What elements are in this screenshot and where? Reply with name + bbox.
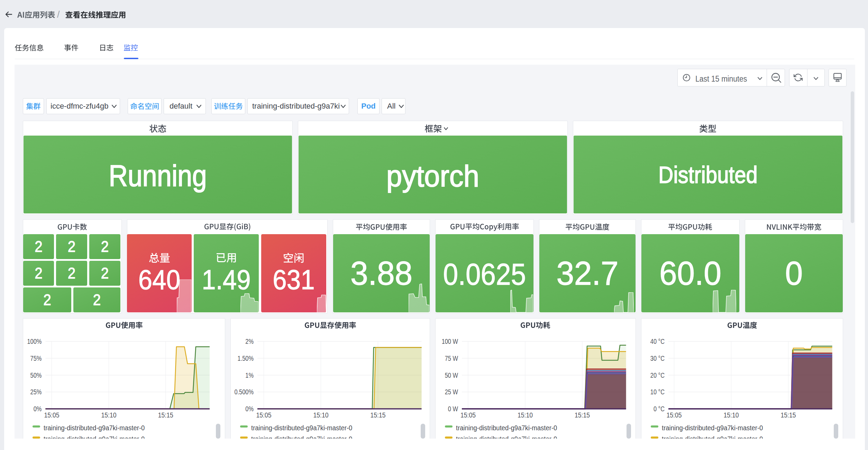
- svg-text:15:10: 15:10: [101, 411, 116, 419]
- svg-text:25 W: 25 W: [445, 388, 458, 396]
- svg-text:0.500%: 0.500%: [234, 388, 254, 396]
- svg-text:20 °C: 20 °C: [650, 371, 665, 379]
- svg-text:1%: 1%: [245, 371, 254, 379]
- svg-text:15:05: 15:05: [256, 411, 271, 419]
- svg-text:15:10: 15:10: [313, 411, 328, 419]
- svg-text:75%: 75%: [30, 354, 42, 362]
- svg-text:100%: 100%: [27, 337, 42, 345]
- svg-text:0 W: 0 W: [448, 405, 458, 413]
- svg-text:1.50%: 1.50%: [238, 354, 254, 362]
- svg-text:15:05: 15:05: [460, 411, 476, 419]
- svg-text:10 °C: 10 °C: [650, 388, 665, 396]
- svg-text:75 W: 75 W: [445, 354, 458, 362]
- svg-text:30 °C: 30 °C: [650, 354, 665, 362]
- svg-text:15:15: 15:15: [158, 411, 173, 419]
- svg-text:15:15: 15:15: [780, 411, 796, 419]
- svg-text:0 °C: 0 °C: [654, 405, 665, 413]
- svg-text:2%: 2%: [245, 337, 254, 345]
- svg-text:15:15: 15:15: [575, 411, 590, 419]
- svg-text:0%: 0%: [34, 405, 42, 413]
- svg-text:100 W: 100 W: [442, 337, 458, 345]
- svg-text:15:05: 15:05: [44, 411, 59, 419]
- svg-text:25%: 25%: [30, 388, 42, 396]
- svg-text:15:10: 15:10: [518, 411, 533, 419]
- svg-text:15:15: 15:15: [370, 411, 385, 419]
- svg-text:40 °C: 40 °C: [650, 337, 665, 345]
- svg-text:15:10: 15:10: [723, 411, 739, 419]
- svg-text:50 W: 50 W: [445, 371, 458, 379]
- svg-text:15:05: 15:05: [666, 411, 682, 419]
- svg-text:0%: 0%: [245, 405, 254, 413]
- svg-text:50%: 50%: [30, 371, 42, 379]
